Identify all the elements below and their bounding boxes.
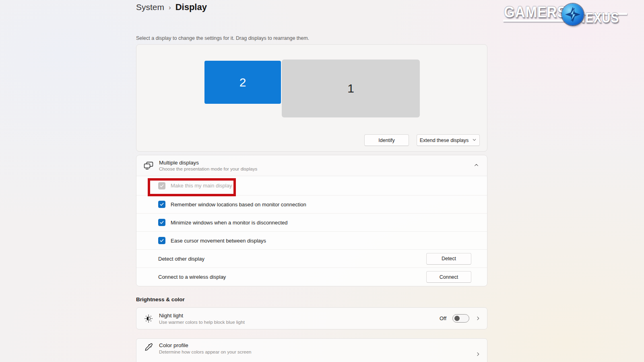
extend-displays-dropdown[interactable]: Extend these displays [417,134,480,146]
checkbox-ease-cursor[interactable] [158,237,165,244]
identify-button[interactable]: Identify [364,134,409,146]
gamersnexus-logo: GAMERS NEXUS [502,1,629,27]
night-light-toggle[interactable] [452,314,469,323]
connect-button[interactable]: Connect [426,271,471,283]
color-profile-icon [143,342,154,352]
chevron-right-icon [475,316,481,321]
page-description: Select a display to change the settings … [136,35,309,41]
toggle-knob [454,316,460,321]
checkbox-remember-locations[interactable] [158,201,165,208]
checkbox-row-minimize-windows: Minimize windows when a monitor is disco… [136,214,487,232]
wireless-display-label: Connect to a wireless display [158,274,226,280]
color-profile-subtitle: Determine how colors appear on your scre… [159,350,251,354]
multiple-displays-subtitle: Choose the presentation mode for your di… [159,167,257,171]
checkbox-row-ease-cursor: Ease cursor movement between displays [136,232,487,250]
checkbox-row-remember-locations: Remember window locations based on monit… [136,195,487,214]
checkbox-minimize-windows[interactable] [158,219,165,226]
color-profile-controls [475,352,481,357]
checkmark-icon [159,202,164,207]
color-profile-titles: Color profile Determine how colors appea… [159,342,251,354]
breadcrumb: System › Display [136,0,207,14]
multiple-displays-icon [143,161,154,170]
checkmark-icon [159,220,164,225]
color-profile-row[interactable]: Color profile Determine how colors appea… [136,338,487,362]
breadcrumb-system[interactable]: System [136,2,164,12]
detect-display-row: Detect other display Detect [136,250,487,268]
page-title: Display [175,2,207,12]
checkbox-make-main-display [158,182,165,189]
checkbox-label: Make this my main display [171,183,232,189]
night-light-titles: Night light Use warmer colors to help bl… [159,313,245,325]
night-light-title: Night light [159,313,245,319]
multiple-displays-header[interactable]: Multiple displays Choose the presentatio… [136,155,487,176]
multiple-displays-title: Multiple displays [159,160,257,166]
arrangement-actions: Identify Extend these displays [364,134,480,146]
checkbox-row-make-main-display: Make this my main display [136,176,487,195]
brightness-color-header: Brightness & color [136,296,185,302]
settings-page: System › Display GAMERS NEXUS Select a d… [0,0,644,362]
logo-text-gamers: GAMERS [504,3,567,21]
checkbox-label: Ease cursor movement between displays [171,238,266,244]
color-profile-title: Color profile [159,342,251,348]
chevron-up-icon[interactable] [474,162,479,169]
display-box-1[interactable]: 1 [282,60,420,117]
chevron-right-icon [475,352,481,357]
night-light-controls: Off [440,314,481,323]
night-light-subtitle: Use warmer colors to help block blue lig… [159,320,245,325]
wireless-display-row: Connect to a wireless display Connect [136,268,487,286]
night-light-row[interactable]: Night light Use warmer colors to help bl… [136,307,487,329]
checkbox-label: Minimize windows when a monitor is disco… [171,220,287,226]
breadcrumb-separator-icon: › [169,3,171,12]
extend-displays-label: Extend these displays [420,138,469,143]
checkmark-icon [159,238,164,243]
checkmark-icon [159,183,164,188]
checkbox-label: Remember window locations based on monit… [171,202,306,208]
detect-display-label: Detect other display [158,256,204,262]
detect-button[interactable]: Detect [426,253,471,265]
chevron-down-icon [472,138,477,143]
night-light-toggle-state: Off [440,315,446,321]
multiple-displays-titles: Multiple displays Choose the presentatio… [159,160,257,171]
night-light-icon [143,314,154,323]
logo-emblem-icon [562,4,584,25]
multiple-displays-card: Multiple displays Choose the presentatio… [136,155,487,286]
display-arrangement-card: 2 1 Identify Extend these displays [136,44,487,152]
display-box-2[interactable]: 2 [204,61,281,104]
